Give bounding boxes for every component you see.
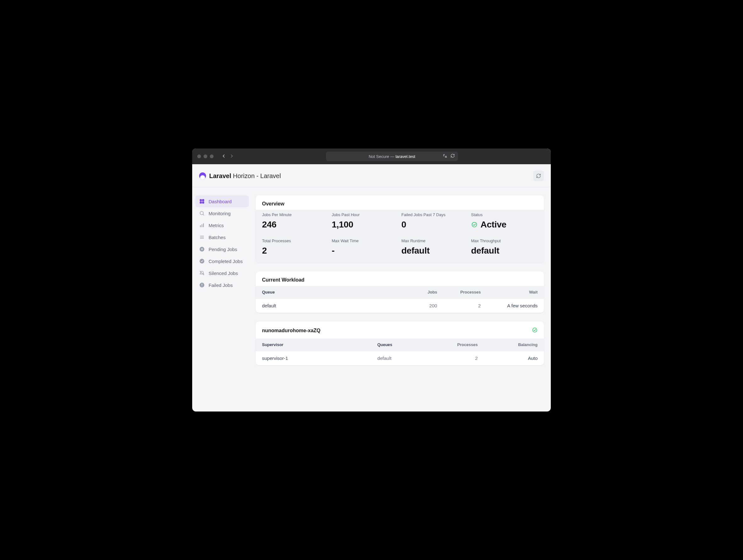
sidebar-item-label: Batches xyxy=(209,235,225,240)
svg-rect-6 xyxy=(200,225,201,227)
horizon-logo-icon xyxy=(199,172,206,179)
stat-jobs-past-hour: Jobs Past Hour1,100 xyxy=(332,212,399,230)
stat-max-wait-time: Max Wait Time- xyxy=(332,239,399,256)
workload-col-jobs: Jobs xyxy=(414,286,443,299)
traffic-max[interactable] xyxy=(210,155,214,158)
svg-point-20 xyxy=(472,222,477,227)
svg-point-15 xyxy=(200,259,205,264)
sidebar-item-label: Silenced Jobs xyxy=(209,270,238,276)
refresh-button[interactable] xyxy=(533,171,544,181)
stat-value: 2 xyxy=(262,246,329,256)
stat-failed-jobs-past-7-days: Failed Jobs Past 7 Days0 xyxy=(401,212,468,230)
cell-queues: default xyxy=(371,351,422,365)
sidebar-item-monitoring[interactable]: Monitoring xyxy=(195,207,249,219)
workload-row: default2002A few seconds xyxy=(256,299,544,313)
stat-label: Total Processes xyxy=(262,239,329,243)
sidebar-item-pending-jobs[interactable]: Pending Jobs xyxy=(195,243,249,255)
supervisor-table: SupervisorQueuesProcessesBalancing super… xyxy=(256,339,544,365)
traffic-close[interactable] xyxy=(197,155,201,158)
forward-button[interactable] xyxy=(229,154,234,160)
sidebar-item-dashboard[interactable]: Dashboard xyxy=(195,196,249,207)
workload-col-processes: Processes xyxy=(443,286,487,299)
host-card: nunomadurohome-xaZQ SupervisorQueuesProc… xyxy=(256,321,544,365)
reload-icon[interactable] xyxy=(450,154,455,159)
cell-supervisor: supervisor-1 xyxy=(256,351,371,365)
translate-icon[interactable] xyxy=(443,154,447,159)
stat-value: default xyxy=(401,246,468,256)
svg-rect-8 xyxy=(203,223,204,227)
address-host: laravel.test xyxy=(395,154,415,159)
mute-icon xyxy=(199,270,205,276)
overview-card: Overview Jobs Per Minute246Jobs Past Hou… xyxy=(256,196,544,263)
sidebar: DashboardMonitoringMetricsBatchesPending… xyxy=(192,187,252,412)
sidebar-item-metrics[interactable]: Metrics xyxy=(195,219,249,231)
cell-queue: default xyxy=(256,299,414,313)
svg-rect-2 xyxy=(200,202,202,204)
stat-label: Status xyxy=(471,212,538,217)
address-bar[interactable]: Not Secure — laravel.test xyxy=(326,152,458,161)
host-name: nunomadurohome-xaZQ xyxy=(262,328,320,334)
workload-card: Current Workload QueueJobsProcessesWait … xyxy=(256,271,544,313)
brand[interactable]: Laravel Horizon - Laravel xyxy=(199,172,281,180)
sidebar-item-label: Dashboard xyxy=(209,199,231,204)
stat-max-throughput: Max Throughputdefault xyxy=(471,239,538,256)
sidebar-item-label: Pending Jobs xyxy=(209,247,237,252)
cell-balancing: Auto xyxy=(484,351,544,365)
workload-table: QueueJobsProcessesWait default2002A few … xyxy=(256,286,544,313)
svg-rect-18 xyxy=(202,284,202,286)
sup-col-processes: Processes xyxy=(423,339,484,351)
address-bar-actions xyxy=(443,154,455,159)
back-button[interactable] xyxy=(221,154,226,160)
sup-col-supervisor: Supervisor xyxy=(256,339,371,351)
workload-title: Current Workload xyxy=(256,271,544,286)
svg-line-5 xyxy=(203,214,204,215)
stat-total-processes: Total Processes2 xyxy=(262,239,329,256)
stat-max-runtime: Max Runtimedefault xyxy=(401,239,468,256)
workload-col-queue: Queue xyxy=(256,286,414,299)
cell-processes: 2 xyxy=(423,351,484,365)
stat-label: Jobs Past Hour xyxy=(332,212,399,217)
stat-value: Active xyxy=(481,220,507,230)
stat-value: 0 xyxy=(401,220,468,230)
sidebar-item-label: Completed Jobs xyxy=(209,259,243,264)
nav-arrows xyxy=(221,154,234,160)
sidebar-item-label: Failed Jobs xyxy=(209,283,233,288)
stat-status: StatusActive xyxy=(471,212,538,230)
svg-rect-1 xyxy=(202,199,204,201)
sup-col-balancing: Balancing xyxy=(484,339,544,351)
stat-value: 246 xyxy=(262,220,329,230)
overview-title: Overview xyxy=(256,196,544,210)
sidebar-item-failed-jobs[interactable]: Failed Jobs xyxy=(195,279,249,291)
list-icon xyxy=(199,234,205,240)
stat-value: 1,100 xyxy=(332,220,399,230)
svg-rect-0 xyxy=(200,199,202,201)
stat-label: Failed Jobs Past 7 Days xyxy=(401,212,468,217)
browser-window: Not Secure — laravel.test Laravel Horizo… xyxy=(192,148,551,412)
stat-label: Max Wait Time xyxy=(332,239,399,243)
host-status-icon xyxy=(532,327,537,334)
svg-rect-14 xyxy=(202,248,203,250)
address-prefix: Not Secure — xyxy=(369,154,395,159)
supervisor-row: supervisor-1default2Auto xyxy=(256,351,544,365)
svg-rect-7 xyxy=(202,224,202,227)
stat-label: Max Throughput xyxy=(471,239,538,243)
sidebar-item-silenced-jobs[interactable]: Silenced Jobs xyxy=(195,267,249,279)
check-icon xyxy=(199,258,205,264)
sidebar-item-label: Monitoring xyxy=(209,211,230,216)
sidebar-item-batches[interactable]: Batches xyxy=(195,231,249,243)
stat-value: - xyxy=(332,246,399,256)
sidebar-item-completed-jobs[interactable]: Completed Jobs xyxy=(195,255,249,267)
svg-point-12 xyxy=(200,247,205,252)
svg-point-21 xyxy=(532,328,537,332)
sidebar-item-label: Metrics xyxy=(209,223,224,228)
overview-stats: Jobs Per Minute246Jobs Past Hour1,100Fai… xyxy=(256,210,544,263)
svg-rect-19 xyxy=(202,286,202,287)
dashboard-icon xyxy=(199,199,205,204)
alert-icon xyxy=(199,282,205,288)
sup-col-queues: Queues xyxy=(371,339,422,351)
traffic-min[interactable] xyxy=(204,155,207,158)
svg-point-4 xyxy=(200,211,204,215)
main-content: Overview Jobs Per Minute246Jobs Past Hou… xyxy=(252,187,551,412)
svg-rect-3 xyxy=(202,202,204,204)
cell-processes: 2 xyxy=(443,299,487,313)
